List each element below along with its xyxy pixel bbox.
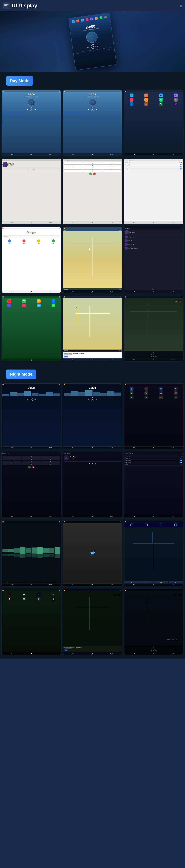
day-play-2[interactable]: ⏸ xyxy=(91,107,94,111)
day-bt-music[interactable]: Bluetooth_Music ✕ 🎵 Music Title Music Al… xyxy=(1,159,61,224)
night-home-app-settings[interactable]: ⚙️ xyxy=(52,597,55,601)
night-app-icon-bt[interactable]: 🔵 xyxy=(159,387,163,391)
bt-auto-connect-toggle[interactable] xyxy=(180,168,182,169)
nav-icon[interactable]: ≡ xyxy=(180,3,182,8)
night-next-1[interactable]: ⏭ xyxy=(34,399,36,400)
app-icon-6[interactable]: 🎧 xyxy=(144,98,148,102)
night-nav-screen[interactable]: 📶 🔋 ↑ → ↓ ← � xyxy=(124,521,184,586)
day-not-playing[interactable]: 📶 🔋 10:16 ETA 9.0 mi 🎵 Not Playing xyxy=(124,296,184,362)
day-prev-2[interactable]: ⏮ xyxy=(88,108,89,110)
app-icon-10[interactable]: 📡 xyxy=(159,102,163,106)
hero-prev-btn[interactable]: ⏮ xyxy=(87,46,89,48)
call-end[interactable]: 📵 xyxy=(93,173,96,175)
social-track-4[interactable]: 华乐_目标龙Road.mp3 xyxy=(124,246,183,250)
social-play[interactable]: ▶ xyxy=(153,288,154,290)
night-home-app-messages[interactable]: 💬 xyxy=(22,593,26,596)
night-call-end[interactable]: 📵 xyxy=(32,466,34,468)
key-3[interactable]: 3 xyxy=(102,162,122,164)
app-icon-1[interactable]: 📘 xyxy=(130,94,133,97)
night-app-home[interactable]: 📶 🔋 📞 💬 🎵 🌐 🎙️ 📰 🗺️ ⚙️ ◀ ⬤ ▪ xyxy=(1,589,61,655)
night-key-3[interactable]: 3 xyxy=(41,456,60,458)
night-home-app-podcast[interactable]: 🎙️ xyxy=(7,597,11,601)
night-app-icon-3[interactable]: ⚙️ xyxy=(174,387,178,391)
night-np-play[interactable]: ▶ xyxy=(153,650,154,651)
app-icon-5[interactable]: 🎮 xyxy=(130,98,133,102)
night-auto-answer-toggle[interactable] xyxy=(180,460,182,461)
hero-play-btn[interactable]: ⏸ xyxy=(90,44,96,49)
day-bt-call[interactable]: Bluetooth_Call ✕ 1 2 3 4 5 6 7 8 9 * xyxy=(63,159,122,224)
np-next[interactable]: ⏭ xyxy=(155,356,157,358)
night-key-hash[interactable]: # xyxy=(41,463,60,465)
bn-auto-2[interactable]: AUTO xyxy=(110,154,113,155)
app-icon-9[interactable]: 📻 xyxy=(144,102,148,106)
menu-button[interactable] xyxy=(3,2,10,9)
social-track-3[interactable]: 华乐_030.mp3 xyxy=(124,243,183,246)
np-play[interactable]: ▶ xyxy=(153,356,154,358)
night-key-4[interactable]: 4 xyxy=(2,458,22,460)
key-0[interactable]: 0 xyxy=(83,170,102,172)
day-app-grid[interactable]: 📶 🔋 📘 🎵 📷 📱 🎮 🎧 🗺️ ⚙️ 🔵 📻 📡 🎬 xyxy=(124,90,184,156)
day-bt-settings[interactable]: Bluetooth_Settings ✕ Device name CarBT D… xyxy=(124,159,184,224)
bn-3-2[interactable]: AR xyxy=(153,154,154,155)
day-app-home[interactable]: 📶 🔋 📞 💬 ✉️ 🌐 🎵 🎙️ 📰 🗺️ ◀ ⬤ ▪ xyxy=(1,296,61,362)
night-music-player-1[interactable]: 📶 🔋 20:08 ⏮ ⏸ xyxy=(1,383,61,449)
night-not-playing[interactable]: 📶 🔋 10:16 ETA 9.0 mi ↑ Donglue Road xyxy=(124,589,184,655)
home-app-mail[interactable]: ✉️ xyxy=(37,299,41,303)
night-play-2[interactable]: ⏸ xyxy=(91,397,94,401)
night-home-app-maps[interactable]: 🗺️ xyxy=(37,597,41,601)
home-app-messages[interactable]: 💬 xyxy=(22,299,26,303)
night-app-icon-9[interactable]: 🎮 xyxy=(144,396,148,399)
social-track-2[interactable]: 华乐_020.mp3 xyxy=(124,239,183,243)
key-5[interactable]: 5 xyxy=(83,165,102,167)
day-next-2[interactable]: ⏭ xyxy=(96,108,97,110)
key-9[interactable]: 9 xyxy=(102,167,122,169)
night-prev-2[interactable]: ⏮ xyxy=(88,399,89,400)
night-home-app-safari[interactable]: 🌐 xyxy=(52,593,55,596)
app-icon-11[interactable]: 🎬 xyxy=(174,102,178,106)
home-app-safari[interactable]: 🌐 xyxy=(52,299,55,303)
night-np-prev[interactable]: ⏮ xyxy=(151,650,152,651)
night-app-icon-8[interactable]: 📱 xyxy=(130,396,133,399)
bn-dial-2[interactable]: DIAL xyxy=(72,154,74,155)
app-icon-3[interactable]: 📷 xyxy=(159,94,163,97)
night-play-1[interactable]: ⏸ xyxy=(30,398,33,401)
gapp-3[interactable]: Drive xyxy=(32,240,46,244)
bn-ar-1[interactable]: AR xyxy=(30,154,32,155)
day-play-1[interactable]: ⏸ xyxy=(30,107,33,111)
night-app-icon-4[interactable]: 🗺️ xyxy=(130,391,133,395)
gapp-1[interactable]: Maps xyxy=(2,240,17,244)
bt-prev[interactable]: ⏮ xyxy=(28,169,29,171)
key-hash[interactable]: # xyxy=(102,170,122,172)
app-icon-bt[interactable]: 🔵 xyxy=(130,102,133,106)
nav-go-button[interactable]: GO xyxy=(64,355,68,358)
day-music-player-1[interactable]: 📶 🔋 20:08 A stunning display of all feat… xyxy=(1,90,61,156)
night-waveform-screen[interactable]: 📶 🔋 xyxy=(1,521,61,586)
social-track-1[interactable]: 华乐_010.mp3 xyxy=(124,235,183,239)
app-icon-settings[interactable]: ⚙️ xyxy=(174,98,178,102)
app-icon-2[interactable]: 🎵 xyxy=(144,94,148,97)
night-bt-music[interactable]: Bluetooth_Music ✕ 🎵 Music Title Music Al… xyxy=(63,452,122,518)
night-app-icon-11[interactable]: 📷 xyxy=(174,396,178,399)
hero-next-btn[interactable]: ⏭ xyxy=(97,45,99,47)
home-app-phone[interactable]: 📞 xyxy=(7,299,11,303)
night-bt-prev[interactable]: ⏮ xyxy=(89,462,90,464)
key-2[interactable]: 2 xyxy=(83,162,102,164)
key-4[interactable]: 4 xyxy=(63,165,83,167)
home-app-news[interactable]: 📰 xyxy=(37,304,41,307)
night-nav-coffee[interactable]: 📶 🔋 10:16 ETA 9.0 mi Sunny Coffee Modern… xyxy=(63,589,122,655)
day-nav-coffee[interactable]: 📶 🔋 10:16 ETA 9.0 mi xyxy=(63,296,122,362)
night-app-icon-10[interactable]: 🎧 xyxy=(159,396,163,399)
key-8[interactable]: 8 xyxy=(83,167,102,169)
bn-ar-2[interactable]: AR xyxy=(91,154,93,155)
np-prev[interactable]: ⏮ xyxy=(151,356,152,358)
night-bt-next[interactable]: ⏭ xyxy=(95,462,96,464)
night-next-2[interactable]: ⏭ xyxy=(96,399,97,400)
social-prev[interactable]: ⏮ xyxy=(151,288,152,290)
key-7[interactable]: 7 xyxy=(63,167,83,169)
day-music-player-2[interactable]: 📶 🔋 20:08 A stunning display of all feat… xyxy=(63,90,122,156)
day-prev-1[interactable]: ⏮ xyxy=(27,108,28,110)
night-call-answer[interactable]: 📞 xyxy=(28,466,31,468)
bn-3-1[interactable]: DIAL xyxy=(133,154,135,155)
night-app-icon-7[interactable]: 🎬 xyxy=(174,391,178,395)
night-home-app-phone[interactable]: 📞 xyxy=(7,593,11,596)
